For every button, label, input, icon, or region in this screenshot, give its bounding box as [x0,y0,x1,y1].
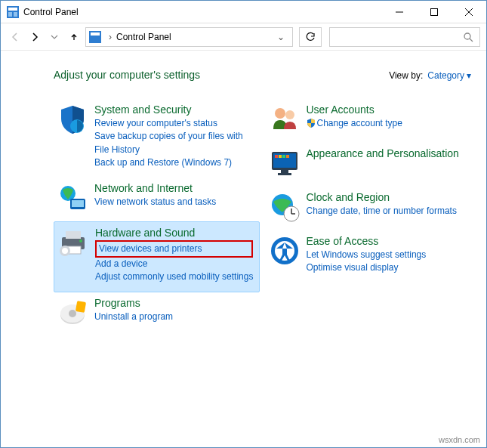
sublink-uninstall-program[interactable]: Uninstall a program [94,311,173,323]
category-title[interactable]: Hardware and Sound [95,227,253,239]
breadcrumb-label[interactable]: Control Panel [116,32,273,42]
svg-line-11 [470,39,473,42]
chevron-right-icon: › [104,32,116,42]
title-bar: Control Panel [1,1,486,23]
svg-rect-30 [275,155,278,158]
svg-point-24 [69,310,76,317]
svg-point-10 [464,33,470,39]
category-columns: System and Security Review your computer… [16,99,471,336]
sublink-mobility-settings[interactable]: Adjust commonly used mobility settings [95,270,253,283]
sublink-add-device[interactable]: Add a device [95,258,253,270]
category-title[interactable]: Clock and Region [307,191,457,203]
category-programs[interactable]: Programs Uninstall a program [54,292,260,336]
svg-rect-31 [279,155,282,158]
control-panel-window: Control Panel › Control Panel [0,0,487,448]
maximize-button[interactable] [417,1,452,23]
svg-rect-33 [286,155,289,158]
svg-point-21 [62,248,68,254]
address-bar: › Control Panel ⌄ [1,23,486,51]
category-hardware-sound[interactable]: Hardware and Sound View devices and prin… [54,221,260,292]
right-column: User Accounts Change account type [266,99,472,336]
svg-point-27 [285,110,294,119]
back-button[interactable] [7,29,23,45]
ease-of-access-icon [269,235,301,267]
svg-rect-15 [72,200,84,207]
left-column: System and Security Review your computer… [54,99,260,336]
category-title[interactable]: Ease of Access [307,235,427,247]
svg-point-19 [79,239,82,243]
caret-down-icon: ▾ [467,70,471,81]
category-title[interactable]: User Accounts [307,104,402,116]
shield-icon [57,104,88,135]
svg-rect-3 [14,12,17,17]
window-title: Control Panel [23,7,382,17]
monitor-icon [269,147,301,179]
programs-icon [57,297,88,329]
breadcrumb-icon [89,31,101,43]
breadcrumb[interactable]: › Control Panel ⌄ [85,27,293,47]
svg-rect-32 [282,155,285,158]
viewby-label: View by: [389,70,423,81]
viewby-dropdown[interactable]: Category▾ [427,70,471,81]
globe-clock-icon [269,191,301,223]
uac-shield-icon [307,119,316,128]
close-button[interactable] [452,1,486,23]
category-title[interactable]: Appearance and Personalisation [307,147,459,159]
category-title[interactable]: Programs [94,297,173,309]
sublink-file-history[interactable]: Save backup copies of your files with Fi… [94,130,257,156]
category-network-internet[interactable]: Network and Internet View network status… [54,178,260,221]
up-button[interactable] [66,29,82,45]
category-clock-region[interactable]: Clock and Region Change date, time or nu… [266,187,472,230]
svg-rect-25 [76,301,86,313]
chevron-down-icon[interactable]: ⌄ [273,32,289,42]
recent-locations-button[interactable] [46,29,63,45]
viewby-value: Category [427,70,464,81]
svg-rect-2 [8,12,12,17]
page-title: Adjust your computer's settings [54,69,389,81]
category-user-accounts[interactable]: User Accounts Change account type [266,99,472,143]
sublink-backup-restore[interactable]: Back up and Restore (Windows 7) [94,156,257,169]
sublink-optimise-display[interactable]: Optimise visual display [307,261,427,274]
svg-rect-5 [431,8,438,15]
category-title[interactable]: System and Security [94,104,257,116]
users-icon [269,104,301,135]
svg-rect-1 [8,8,17,11]
sublink-suggest-settings[interactable]: Let Windows suggest settings [307,249,427,261]
svg-rect-17 [66,231,81,239]
refresh-button[interactable] [299,27,322,47]
search-icon [463,32,473,42]
category-title[interactable]: Network and Internet [94,182,216,194]
control-panel-icon [7,6,19,18]
sublink-date-time-formats[interactable]: Change date, time or number formats [307,205,457,218]
category-ease-of-access[interactable]: Ease of Access Let Windows suggest setti… [266,230,472,283]
svg-point-26 [275,108,285,119]
sublink-change-account-type[interactable]: Change account type [307,117,402,130]
category-appearance-personalisation[interactable]: Appearance and Personalisation [266,143,472,187]
network-icon [57,182,88,214]
category-system-security[interactable]: System and Security Review your computer… [54,99,260,178]
forward-button[interactable] [26,29,43,45]
header-row: Adjust your computer's settings View by:… [16,69,471,81]
svg-rect-35 [278,173,291,175]
sublink-network-status[interactable]: View network status and tasks [94,196,216,209]
svg-rect-9 [91,32,100,36]
content-area: Adjust your computer's settings View by:… [1,51,486,447]
search-input[interactable] [329,27,480,47]
watermark: wsxdn.com [439,435,480,444]
sublink-review-status[interactable]: Review your computer's status [94,117,257,130]
printer-icon [57,227,89,258]
svg-rect-34 [281,170,288,173]
sublink-view-devices-printers[interactable]: View devices and printers [95,240,253,258]
minimize-button[interactable] [382,1,417,23]
